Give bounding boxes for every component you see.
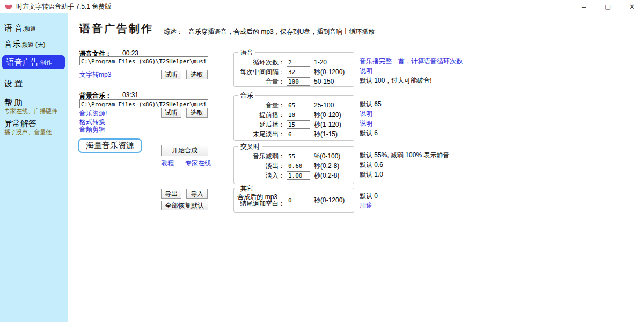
music-duck-input[interactable] [287, 152, 310, 160]
fadeout-input[interactable] [287, 162, 310, 170]
summary-text: 音乐穿插语音，合成后的 mp3，保存到U盘，插到音响上循环播放 [188, 28, 375, 35]
other-hints: 默认 0 用途 [360, 191, 378, 210]
crossfade-panel-title: 交叉时 [238, 142, 262, 151]
close-button[interactable]: ✕ [620, 0, 644, 13]
tail-fadeout-hint: 默认 6 [360, 128, 382, 138]
sidebar-item-label: 异常解答 [4, 119, 36, 128]
fadein-label: 淡入： [234, 171, 285, 180]
loop-count-input[interactable] [287, 58, 310, 67]
loop-count-row: 循环次数： 1-20 [234, 57, 354, 67]
voice-pick-button[interactable]: 选取 [186, 70, 208, 79]
crossfade-panel: 交叉时 音乐减弱： %(0-100) 淡出： 秒(0.2-8) 淡入： 秒(0.… [233, 146, 354, 184]
sidebar-item-suffix: .频道 (无) [20, 41, 45, 48]
trailing-blank-label-line2: 结尾追加空白： [240, 200, 285, 207]
music-volume-input[interactable] [287, 101, 310, 109]
music-volume-hint: 默认 65 [360, 99, 382, 109]
music-duck-row: 音乐减弱： %(0-100) [234, 151, 354, 161]
voice-listen-button[interactable]: 试听 [161, 70, 181, 79]
export-button[interactable]: 导出 [161, 189, 181, 199]
interval-input[interactable] [287, 68, 310, 76]
minimize-button[interactable]: – [572, 0, 596, 13]
bg-pick-button[interactable]: 选取 [186, 108, 208, 118]
sidebar: 语 音.频道 音乐.频道 (无) 语音广告.制作 设 置 帮 助 专家在线、广播… [0, 13, 68, 322]
music-duck-range: %(0-100) [314, 152, 340, 160]
voice-volume-hint: 默认 100，过大可能破音! [360, 76, 463, 85]
start-synthesis-button[interactable]: 开始合成 [161, 145, 208, 156]
music-volume-range: 25-100 [314, 101, 334, 109]
sidebar-item-help[interactable]: 帮 助 [4, 98, 23, 108]
music-resources-link[interactable]: 音乐资源! [79, 109, 107, 118]
voice-panel: 语音 循环次数： 1-20 每次中间间隔： 秒(0-1200) 音量： 50-1… [233, 52, 354, 87]
title-bar: 时方文字转语音助手 7.5.1 免费版 – ▢ ✕ [0, 0, 644, 13]
sidebar-item-troubleshoot-sub: 播了没声、音量低 [4, 128, 52, 136]
voice-volume-label: 音量： [234, 77, 285, 86]
bg-music-path-input[interactable] [79, 99, 208, 108]
usage-link[interactable]: 用途 [360, 202, 372, 209]
fadeout-range: 秒(0.2-8) [314, 162, 339, 171]
text-to-mp3-link[interactable]: 文字转mp3 [79, 70, 111, 79]
sidebar-item-music-channel[interactable]: 音乐.频道 (无) [4, 39, 45, 49]
play-ahead-input[interactable] [287, 111, 310, 119]
audio-edit-link[interactable]: 音频剪辑 [79, 125, 105, 134]
voice-volume-input[interactable] [287, 77, 310, 86]
music-hints: 默认 65 说明 说明 默认 6 [360, 99, 382, 138]
sidebar-item-help-sub: 专家在线、广播硬件 [4, 107, 57, 115]
play-ahead-row: 提前播： 秒(0-120) [234, 110, 354, 120]
fadein-input[interactable] [287, 171, 310, 180]
app-lips-icon [4, 3, 13, 10]
play-ahead-range: 秒(0-120) [314, 111, 341, 120]
trailing-blank-input[interactable] [287, 196, 310, 204]
crossfade-hints: 默认 55%, 减弱 100% 表示静音 默认 0.6 默认 1.0 [360, 150, 449, 179]
tutorial-link[interactable]: 教程 [161, 159, 174, 168]
bg-music-duration: 03:31 [122, 91, 138, 99]
play-after-row: 延后播： 秒(1-120) [234, 120, 354, 129]
crossfade-panel-rows: 音乐减弱： %(0-100) 淡出： 秒(0.2-8) 淡入： 秒(0.2-8) [234, 151, 354, 180]
interval-range: 秒(0-1200) [314, 68, 345, 77]
voice-file-path-input[interactable] [79, 56, 208, 65]
voice-volume-row: 音量： 50-150 [234, 77, 354, 86]
reset-all-button[interactable]: 全部恢复默认 [161, 201, 208, 210]
maximize-button[interactable]: ▢ [596, 0, 620, 13]
trailing-blank-label: 合成后的 mp3 结尾追加空白： [234, 194, 285, 207]
play-after-label: 延后播： [234, 120, 285, 129]
voice-volume-range: 50-150 [314, 78, 334, 85]
trailing-blank-hint: 默认 0 [360, 191, 378, 201]
tail-fadeout-label: 末尾淡出： [234, 130, 285, 139]
fadeout-label: 淡出： [234, 162, 285, 171]
massive-music-button[interactable]: 海量音乐资源 [78, 138, 142, 153]
other-panel-title: 其它 [238, 184, 255, 193]
play-after-range: 秒(1-120) [314, 120, 341, 129]
music-duck-label: 音乐减弱： [234, 152, 285, 161]
play-after-input[interactable] [287, 120, 310, 129]
fadein-range: 秒(0.2-8) [314, 171, 339, 180]
summary-label: 综述： [164, 28, 183, 35]
window-controls: – ▢ ✕ [572, 0, 644, 13]
tail-fadeout-input[interactable] [287, 130, 310, 138]
trailing-blank-range: 秒(0-1200) [314, 196, 345, 205]
trailing-blank-row: 合成后的 mp3 结尾追加空白： 秒(0-1200) [234, 193, 354, 208]
sidebar-item-label: 设 置 [4, 79, 23, 88]
app-window: 时方文字转语音助手 7.5.1 免费版 – ▢ ✕ 语 音.频道 音乐.频道 (… [0, 0, 644, 322]
sidebar-item-voice-ad-selected[interactable]: 语音广告.制作 [2, 55, 65, 69]
bg-listen-button[interactable]: 试听 [161, 108, 181, 118]
sidebar-item-voice-channel[interactable]: 语 音.频道 [4, 23, 36, 33]
fadein-hint: 默认 1.0 [360, 170, 449, 179]
music-volume-label: 音量： [234, 101, 285, 110]
voice-hints: 音乐播完整一首，计算语音循环次数 说明 默认 100，过大可能破音! [360, 56, 463, 85]
other-panel-rows: 合成后的 mp3 结尾追加空白： 秒(0-1200) [234, 193, 354, 208]
loop-calc-link[interactable]: 音乐播完整一首，计算语音循环次数 [360, 57, 463, 65]
fadein-row: 淡入： 秒(0.2-8) [234, 171, 354, 180]
sidebar-item-suffix: .制作 [39, 58, 52, 67]
other-panel: 其它 合成后的 mp3 结尾追加空白： 秒(0-1200) [233, 188, 354, 213]
loop-count-label: 循环次数： [234, 58, 285, 67]
play-after-help-link[interactable]: 说明 [360, 120, 372, 127]
loop-count-range: 1-20 [314, 58, 327, 66]
expert-online-link[interactable]: 专家在线 [185, 159, 211, 168]
interval-row: 每次中间间隔： 秒(0-1200) [234, 67, 354, 77]
import-button[interactable]: 导入 [186, 189, 208, 199]
sidebar-item-troubleshoot[interactable]: 异常解答 [4, 119, 36, 129]
interval-help-link[interactable]: 说明 [360, 67, 372, 75]
sidebar-item-settings[interactable]: 设 置 [4, 79, 23, 89]
play-ahead-help-link[interactable]: 说明 [360, 110, 372, 118]
page-title: 语音广告制作 [79, 21, 153, 36]
